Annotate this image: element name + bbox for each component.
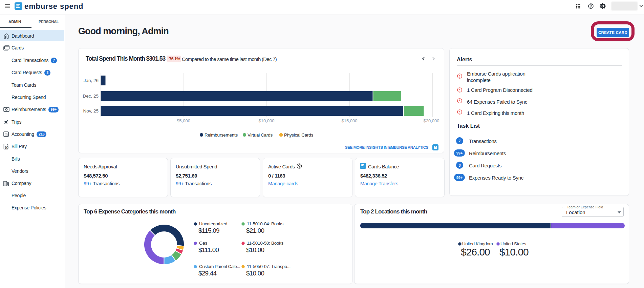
svg-text:Physical Cards: Physical Cards: [284, 132, 313, 138]
svg-text:Dec, 25: Dec, 25: [83, 94, 99, 99]
svg-text:Jan, 26: Jan, 26: [84, 78, 99, 83]
svg-text:Nov, 25: Nov, 25: [83, 108, 99, 114]
svg-text:Reimbursements: Reimbursements: [205, 132, 238, 138]
svg-text:$10,000: $10,000: [259, 118, 275, 123]
svg-text:$5,000: $5,000: [177, 118, 190, 123]
svg-text:Virtual Cards: Virtual Cards: [248, 132, 273, 138]
svg-text:$15,000: $15,000: [342, 118, 358, 123]
svg-text:$20,000: $20,000: [424, 118, 439, 123]
